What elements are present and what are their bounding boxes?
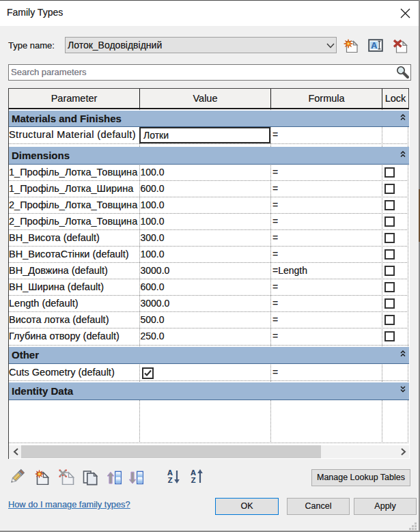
svg-text:Z: Z — [191, 476, 196, 484]
svg-text:A: A — [371, 41, 377, 51]
svg-text:Z: Z — [168, 476, 173, 484]
